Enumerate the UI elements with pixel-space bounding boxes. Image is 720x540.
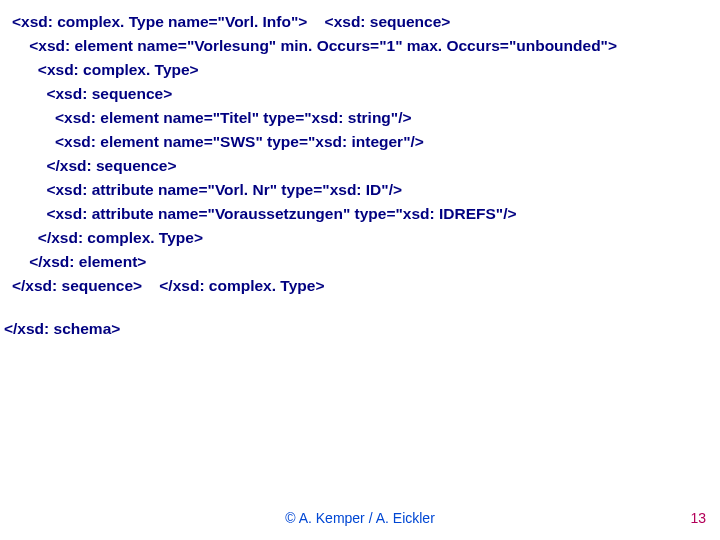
xsd-code-block: <xsd: complex. Type name="Vorl. Info"> <… — [12, 10, 710, 298]
code-line-5: <xsd: element name="Titel" type="xsd: st… — [12, 109, 412, 126]
code-line-2: <xsd: element name="Vorlesung" min. Occu… — [12, 37, 617, 54]
slide: <xsd: complex. Type name="Vorl. Info"> <… — [0, 0, 720, 540]
footer-copyright: © A. Kemper / A. Eickler — [0, 510, 720, 526]
code-line-1: <xsd: complex. Type name="Vorl. Info"> <… — [12, 13, 450, 30]
code-line-8: <xsd: attribute name="Vorl. Nr" type="xs… — [12, 181, 402, 198]
footer-page-number: 13 — [690, 510, 706, 526]
code-line-4: <xsd: sequence> — [12, 85, 172, 102]
code-line-10: </xsd: complex. Type> — [12, 229, 203, 246]
code-line-12: </xsd: sequence> </xsd: complex. Type> — [12, 277, 324, 294]
code-line-9: <xsd: attribute name="Voraussetzungen" t… — [12, 205, 517, 222]
code-line-6: <xsd: element name="SWS" type="xsd: inte… — [12, 133, 424, 150]
schema-close-tag: </xsd: schema> — [4, 320, 120, 338]
code-line-7: </xsd: sequence> — [12, 157, 177, 174]
code-line-11: </xsd: element> — [12, 253, 146, 270]
code-line-3: <xsd: complex. Type> — [12, 61, 199, 78]
